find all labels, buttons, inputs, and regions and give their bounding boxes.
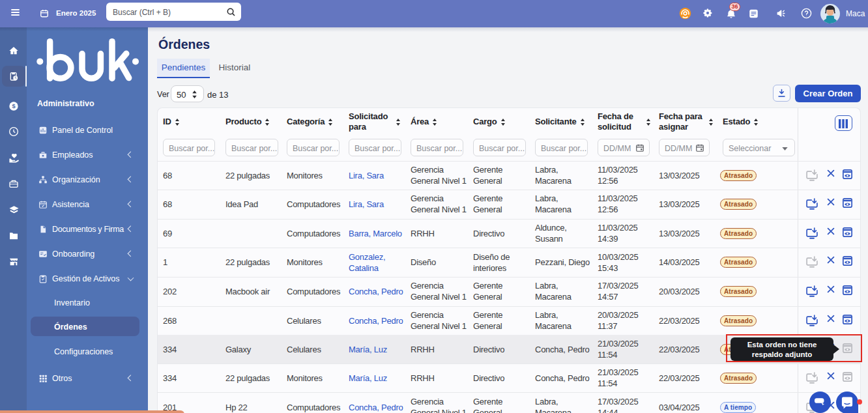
svg-text:$: $ (12, 103, 16, 109)
